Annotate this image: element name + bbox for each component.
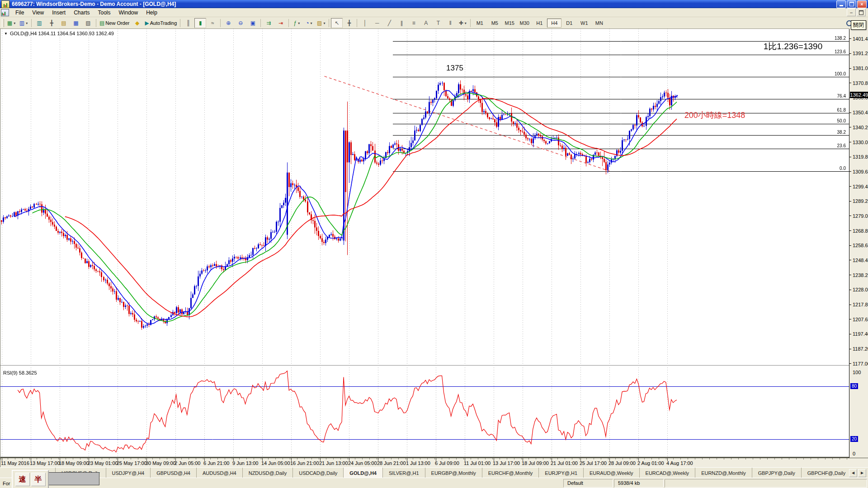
toolbar: ▦▾ ▥▾ ▥ ╋ ▤ ▦ ▧ ▤New Order ◆ ▶AutoTradin… xyxy=(0,17,868,29)
new-chart-button[interactable]: ▦▾ xyxy=(5,18,17,28)
new-chart-icon: ▦ xyxy=(7,20,12,26)
tab-item[interactable]: AUDUSD@,H4 xyxy=(197,468,243,478)
terminal-button[interactable]: ▦ xyxy=(70,18,82,28)
profiles-button[interactable]: ▥▾ xyxy=(18,18,29,28)
timeframe-m5[interactable]: M5 xyxy=(487,19,502,28)
templates-button[interactable]: ▨▾ xyxy=(315,18,327,28)
crosshair-tool-button[interactable]: ╋ xyxy=(343,18,355,28)
price-chart-canvas[interactable] xyxy=(0,28,849,458)
bar-chart-button[interactable]: ║ xyxy=(182,18,194,28)
tab-item[interactable]: EURJPY@,H1 xyxy=(539,468,584,478)
candlestick-chart-button[interactable]: ▮ xyxy=(194,18,206,28)
time-axis[interactable]: 11 May 201613 May 17:0018 May 09:0023 Ma… xyxy=(0,458,868,468)
time-axis-label: 25 May 17:00 xyxy=(117,460,147,466)
menu-insert[interactable]: Insert xyxy=(48,9,69,17)
child-restore-button[interactable] xyxy=(857,9,866,16)
close-button[interactable]: × xyxy=(857,0,867,8)
text-tool-button[interactable]: A xyxy=(420,18,432,28)
tab-item[interactable]: USDJPY@,H4 xyxy=(106,468,151,478)
tab-item[interactable]: GOLD@,H4 xyxy=(344,468,383,478)
line-chart-button[interactable]: ≈ xyxy=(207,18,218,28)
annotation-ma200[interactable]: 200小時線=1348 xyxy=(684,110,745,121)
timeframe-h4[interactable]: H4 xyxy=(547,19,561,28)
timeframe-d1[interactable]: D1 xyxy=(562,19,576,28)
tab-scroll-left-icon[interactable]: ◀ xyxy=(849,469,857,477)
tab-item[interactable]: EURNZD@,Monthly xyxy=(695,468,752,478)
toolbar-separator xyxy=(470,19,471,27)
chart-shift-button[interactable]: ⇥ xyxy=(275,18,287,28)
restore-button[interactable] xyxy=(847,0,856,8)
menu-window[interactable]: Window xyxy=(115,9,142,17)
vertical-line-button[interactable]: │ xyxy=(359,18,371,28)
tile-windows-button[interactable]: ▣ xyxy=(247,18,259,28)
navigator-button[interactable]: ▤ xyxy=(58,18,70,28)
channel-button[interactable]: ∥ xyxy=(396,18,407,28)
auto-scroll-button[interactable]: ⇉ xyxy=(263,18,274,28)
status-profile[interactable]: Default xyxy=(563,479,613,488)
overlay-button-2[interactable]: 半 xyxy=(31,473,46,486)
price-axis[interactable]: 1401.401391.201381.001370.801360.601350.… xyxy=(849,28,868,458)
time-axis-tick xyxy=(233,458,234,461)
timeframe-mn[interactable]: MN xyxy=(592,19,606,28)
timeframe-w1[interactable]: W1 xyxy=(577,19,591,28)
tab-item[interactable]: EURCHF@,Monthly xyxy=(482,468,539,478)
cycle-lines-button[interactable]: ‖ xyxy=(444,18,456,28)
price-axis-tick xyxy=(849,142,851,142)
tab-item[interactable]: EURCAD@,Weekly xyxy=(640,468,696,478)
market-watch-button[interactable]: ▥ xyxy=(33,18,45,28)
periods-button[interactable]: ◔▾ xyxy=(303,18,315,28)
timeframe-m30[interactable]: M30 xyxy=(517,19,532,28)
indicators-button[interactable]: ƒ▾ xyxy=(291,18,302,28)
overlay-button-1[interactable]: 速 xyxy=(15,473,30,486)
child-window-icon xyxy=(1,9,9,16)
auto-scroll-icon: ⇉ xyxy=(266,20,271,26)
horizontal-line-button[interactable]: ─ xyxy=(371,18,383,28)
menu-file[interactable]: File xyxy=(12,9,28,17)
rsi-indicator-label: RSI(9) 58.3625 xyxy=(3,370,37,375)
tab-item[interactable]: USDCAD@,Daily xyxy=(293,468,344,478)
fibonacci-button[interactable]: ≡ xyxy=(408,18,420,28)
tab-item[interactable]: EURAUD@,Weekly xyxy=(584,468,640,478)
menu-tools[interactable]: Tools xyxy=(94,9,114,17)
rsi-axis-label: 100 xyxy=(853,370,861,375)
tab-item[interactable]: SILVER@,H1 xyxy=(383,468,425,478)
menu-charts[interactable]: Charts xyxy=(70,9,93,17)
minimize-button[interactable] xyxy=(836,0,846,8)
new-order-button[interactable]: ▤New Order xyxy=(98,18,131,28)
collapse-indicator-icon[interactable]: ▼ xyxy=(4,32,8,36)
menu-view[interactable]: View xyxy=(28,9,47,17)
time-axis-tick xyxy=(2,458,2,461)
trendline-button[interactable]: ╱ xyxy=(383,18,395,28)
tab-item[interactable]: GBPUSD@,H4 xyxy=(151,468,197,478)
price-axis-tick xyxy=(849,201,851,202)
tab-item[interactable]: EURGBP@,Monthly xyxy=(425,468,482,478)
price-axis-label: 1319.80 xyxy=(853,154,868,160)
timeframe-h1[interactable]: H1 xyxy=(532,19,547,28)
text-label-button[interactable]: T xyxy=(432,18,444,28)
metaeditor-button[interactable]: ◆ xyxy=(132,18,143,28)
toolbar-grip[interactable] xyxy=(2,19,4,27)
data-window-button[interactable]: ╋ xyxy=(46,18,57,28)
price-axis-tick xyxy=(849,260,851,260)
tab-scroll-right-icon[interactable]: ▶ xyxy=(858,469,866,477)
time-axis-label: 9 Jun 13:00 xyxy=(232,460,259,466)
objects-button[interactable]: ✚▾ xyxy=(457,18,468,28)
chart-tabs-bar: @,Daily USDCHF@,DailyUSDJPY@,H4GBPUSD@,H… xyxy=(0,467,868,478)
app-icon xyxy=(1,0,9,8)
menu-help[interactable]: Help xyxy=(142,9,161,17)
zoom-out-button[interactable]: ⊖ xyxy=(235,18,246,28)
timeframe-m15[interactable]: M15 xyxy=(502,19,517,28)
tab-item[interactable]: GBPCHF@,Daily xyxy=(802,468,847,478)
timeframe-m1[interactable]: M1 xyxy=(472,19,487,28)
tab-item[interactable]: NZDUSD@,Daily xyxy=(243,468,293,478)
autotrading-label: AutoTrading xyxy=(150,20,177,26)
time-axis-tick xyxy=(552,458,552,461)
tab-item[interactable]: GBPJPY@,Daily xyxy=(752,468,802,478)
annotation-peak-1375[interactable]: 1375 xyxy=(446,64,463,73)
zoom-in-button[interactable]: ⊕ xyxy=(222,18,234,28)
time-axis-tick xyxy=(667,458,668,461)
autotrading-button[interactable]: ▶AutoTrading xyxy=(144,18,179,28)
cursor-tool-button[interactable]: ↖ xyxy=(331,18,343,28)
strategy-tester-button[interactable]: ▧ xyxy=(82,18,94,28)
child-minimize-button[interactable]: – xyxy=(847,9,856,16)
